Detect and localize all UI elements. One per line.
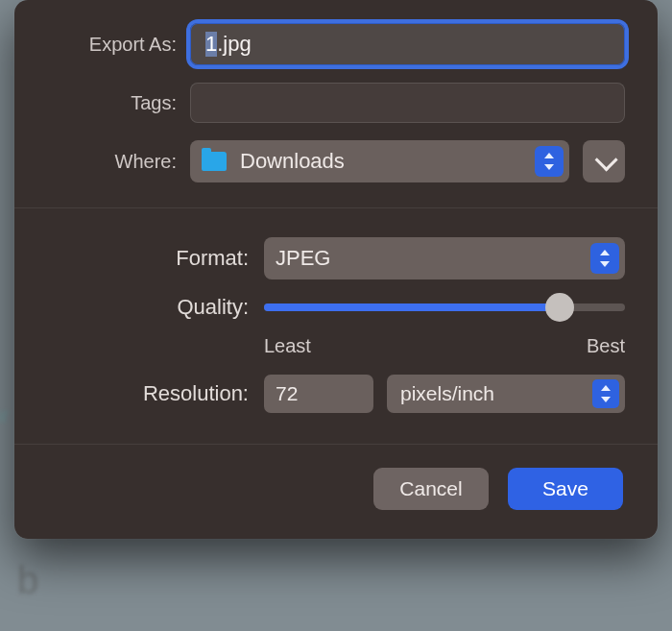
chevron-down-icon bbox=[594, 148, 617, 171]
format-popup[interactable]: JPEG bbox=[264, 237, 625, 279]
cancel-button[interactable]: Cancel bbox=[373, 468, 489, 510]
where-popup[interactable]: Downloads bbox=[190, 140, 569, 182]
format-value: JPEG bbox=[276, 246, 330, 271]
where-stepper-icon bbox=[535, 146, 564, 177]
resolution-unit-popup[interactable]: pixels/inch bbox=[387, 375, 625, 413]
unit-stepper-icon bbox=[592, 379, 619, 408]
format-stepper-icon bbox=[590, 243, 619, 274]
where-value: Downloads bbox=[240, 149, 345, 174]
save-button[interactable]: Save bbox=[508, 468, 623, 510]
slider-fill bbox=[264, 303, 560, 311]
resolution-unit-value: pixels/inch bbox=[400, 382, 494, 405]
folder-icon bbox=[202, 152, 227, 171]
tags-input[interactable] bbox=[190, 83, 625, 123]
export-as-label: Export As: bbox=[47, 34, 190, 56]
quality-least-label: Least bbox=[264, 335, 311, 357]
filename-input[interactable] bbox=[190, 23, 625, 65]
resolution-input[interactable] bbox=[264, 375, 373, 413]
quality-best-label: Best bbox=[587, 335, 625, 357]
tags-label: Tags: bbox=[47, 92, 190, 114]
format-label: Format: bbox=[47, 246, 264, 271]
where-label: Where: bbox=[47, 151, 190, 173]
quality-label: Quality: bbox=[47, 295, 264, 320]
expand-browse-button[interactable] bbox=[583, 140, 625, 182]
quality-slider[interactable] bbox=[264, 293, 625, 322]
export-dialog: Export As: Tags: Where: Downloads bbox=[14, 0, 658, 539]
slider-thumb[interactable] bbox=[545, 293, 574, 322]
resolution-label: Resolution: bbox=[47, 381, 264, 406]
